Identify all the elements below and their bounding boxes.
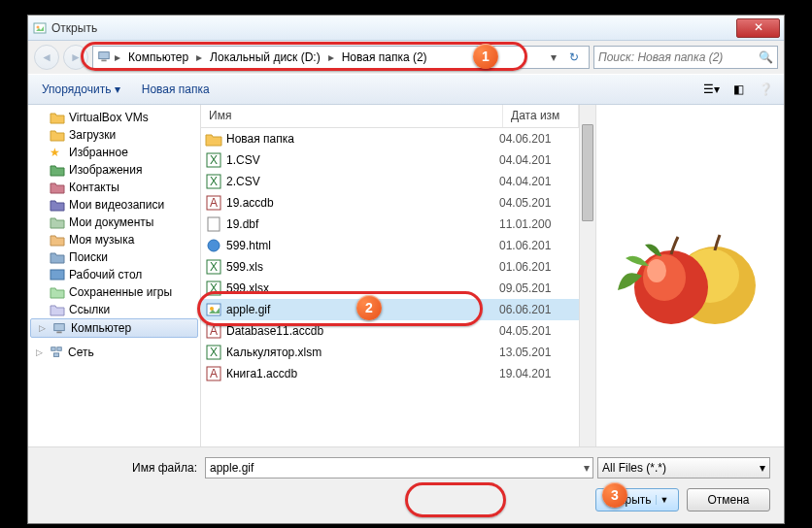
file-date: 01.06.201 [499,260,575,274]
file-name: 19.accdb [226,196,499,210]
file-row[interactable]: 599.html01.06.201 [201,235,579,256]
file-list-header: Имя Дата изм [201,105,579,128]
search-box[interactable]: 🔍 [593,46,778,69]
refresh-icon[interactable]: ↻ [563,50,585,64]
close-button[interactable]: ✕ [736,18,780,38]
file-list: Имя Дата изм Новая папка04.06.201X1.CSV0… [201,105,579,446]
file-row[interactable]: X2.CSV04.04.201 [201,171,579,192]
svg-text:X: X [210,260,218,274]
sidebar-item[interactable]: Мои видеозаписи [28,196,200,214]
column-date[interactable]: Дата изм [503,105,579,127]
file-date: 04.05.201 [499,196,575,210]
file-row[interactable]: AКнига1.accdb19.04.201 [201,363,579,384]
nav-back-button[interactable]: ◄ [34,45,59,70]
sidebar-item[interactable]: Моя музыка [28,231,200,248]
file-icon [205,302,222,317]
chevron-right-icon: ▸ [113,50,122,64]
search-input[interactable] [598,50,759,64]
sidebar-item[interactable]: ★Избранное [28,144,200,161]
file-row[interactable]: XКалькулятор.xlsm13.05.201 [201,342,579,363]
address-dropdown-icon[interactable]: ▾ [546,50,561,64]
file-row[interactable]: X1.CSV04.04.201 [201,149,579,171]
file-date: 13.05.201 [499,346,575,359]
svg-rect-2 [99,51,110,58]
dialog-body: VirtualBox VMs Загрузки ★Избранное Изобр… [28,105,784,446]
app-icon [32,20,48,36]
svg-text:X: X [210,281,218,295]
svg-text:X: X [210,153,218,167]
file-name: Новая папка [226,132,499,146]
file-date: 09.05.201 [499,281,575,295]
file-icon [205,131,222,147]
file-name: Database11.accdb [226,324,499,338]
file-date: 04.04.201 [499,175,575,188]
sidebar-item-computer[interactable]: ▷Компьютер [30,318,198,338]
file-date: 04.04.201 [499,153,575,167]
sidebar-item[interactable]: Изображения [28,161,200,179]
file-icon [205,216,222,232]
svg-rect-16 [208,217,220,231]
file-name: apple.gif [226,303,499,316]
file-row[interactable]: ADatabase11.accdb04.05.201 [201,320,579,342]
dialog-bottom: Имя файла: ▾ All Files (*.*) ▾ Открыть▼ … [28,446,784,521]
svg-text:X: X [210,346,218,359]
sidebar-item[interactable]: Контакты [28,179,200,196]
preview-pane-icon[interactable]: ◧ [727,80,749,99]
file-row[interactable]: 19.dbf11.01.200 [201,214,579,235]
file-name: Калькулятор.xlsm [226,346,499,359]
help-icon[interactable]: ❔ [755,80,776,99]
file-date: 01.06.201 [499,239,575,252]
svg-point-34 [647,259,666,282]
file-row[interactable]: X599.xls01.06.201 [201,256,579,278]
file-row[interactable]: X599.xlsx09.05.201 [201,278,579,299]
file-name: 2.CSV [226,175,499,188]
file-date: 11.01.200 [499,217,575,231]
sidebar-item[interactable]: VirtualBox VMs [28,109,200,126]
sidebar-item[interactable]: Ссылки [28,301,200,318]
address-bar[interactable]: ▸ Компьютер ▸ Локальный диск (D:) ▸ Нова… [92,46,590,69]
chevron-right-icon: ▸ [326,50,336,64]
svg-rect-0 [34,23,46,33]
file-icon: X [205,152,222,168]
titlebar: Открыть ✕ [28,16,784,41]
breadcrumb-computer[interactable]: Компьютер [124,49,192,66]
file-scrollbar[interactable] [579,105,595,446]
nav-sidebar: VirtualBox VMs Загрузки ★Избранное Изобр… [28,105,201,446]
preview-image [608,217,773,334]
file-icon: X [205,259,222,275]
dropdown-icon: ▾ [760,461,765,475]
open-button[interactable]: Открыть▼ [595,488,679,512]
nav-row: ◄ ► ▸ Компьютер ▸ Локальный диск (D:) ▸ … [28,41,784,74]
file-name: 599.xlsx [226,281,499,295]
window-title: Открыть [51,21,736,35]
organize-menu[interactable]: Упорядочить ▾ [36,81,126,98]
svg-text:A: A [210,324,218,338]
sidebar-item[interactable]: Рабочий стол [28,266,200,283]
file-row[interactable]: apple.gif06.06.201 [201,299,579,320]
file-name: 19.dbf [226,217,499,231]
filename-input[interactable] [205,457,593,478]
file-row[interactable]: Новая папка04.06.201 [201,128,579,149]
search-icon[interactable]: 🔍 [759,50,773,64]
sidebar-item[interactable]: Мои документы [28,214,200,231]
file-icon: X [205,280,222,296]
breadcrumb-folder[interactable]: Новая папка (2) [338,49,431,66]
cancel-button[interactable]: Отмена [687,488,770,512]
nav-forward-button[interactable]: ► [63,45,88,70]
sidebar-item[interactable]: Сохраненные игры [28,283,200,301]
sidebar-item-network[interactable]: ▷Сеть [28,344,200,361]
sidebar-item[interactable]: Поиски [28,248,200,266]
file-date: 06.06.201 [499,303,575,316]
new-folder-button[interactable]: Новая папка [136,81,216,98]
column-name[interactable]: Имя [201,105,503,127]
sidebar-item[interactable]: Загрузки [28,126,200,144]
file-icon: A [205,366,222,381]
file-row[interactable]: A19.accdb04.05.201 [201,192,579,214]
view-options-icon[interactable]: ☰▾ [700,80,722,99]
file-name: 1.CSV [226,153,499,167]
svg-rect-4 [51,270,64,280]
breadcrumb-drive[interactable]: Локальный диск (D:) [206,49,324,66]
file-date: 19.04.201 [499,367,575,380]
file-type-filter[interactable]: All Files (*.*) ▾ [597,457,770,478]
file-date: 04.06.201 [499,132,575,146]
